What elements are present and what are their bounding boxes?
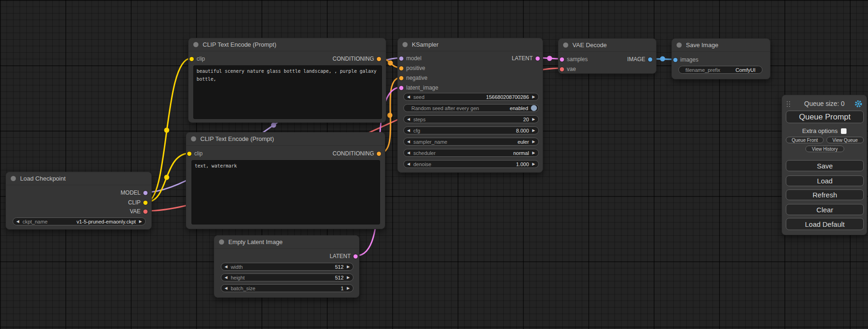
slot-dot-vae[interactable] [143,210,148,214]
node-clip-text-encode-negative[interactable]: CLIP Text Encode (Prompt) clip CONDITION… [186,132,385,229]
slot-dot-model[interactable] [399,56,403,61]
decrement-arrow-icon[interactable]: ◀ [404,128,413,133]
slot-dot-clip[interactable] [143,201,148,205]
input-slot-vae[interactable]: vae [560,65,576,73]
sampler-name-widget[interactable]: ◀ sampler_name euler ▶ [403,138,539,146]
node-graph-canvas[interactable]: Load Checkpoint MODEL CLIP VAE ◀ ckpt_na… [0,0,868,329]
node-title-bar[interactable]: VAE Decode [558,39,656,52]
batch-size-widget[interactable]: ◀ batch_size 1 ▶ [221,284,353,292]
decrement-arrow-icon[interactable]: ◀ [404,140,413,144]
view-history-button[interactable]: View History [805,146,844,152]
increment-arrow-icon[interactable]: ▶ [344,265,353,269]
input-slot-clip[interactable]: clip [187,150,203,157]
slot-dot-conditioning[interactable] [377,57,381,61]
output-slot-vae[interactable]: VAE [130,208,148,215]
save-button[interactable]: Save [786,160,864,171]
queue-front-button[interactable]: Queue Front [786,137,824,143]
increment-arrow-icon[interactable]: ▶ [136,219,145,224]
collapse-dot-icon[interactable] [193,42,198,47]
decrement-arrow-icon[interactable]: ◀ [221,275,231,280]
collapse-dot-icon[interactable] [402,42,408,47]
steps-widget[interactable]: ◀ steps 20 ▶ [403,115,539,123]
node-empty-latent-image[interactable]: Empty Latent Image LATENT ◀ width 512 ▶ … [214,235,360,298]
decrement-arrow-icon[interactable]: ◀ [404,151,413,155]
input-slot-samples[interactable]: samples [560,56,588,63]
random-seed-widget[interactable]: Random seed after every gen enabled [403,104,539,112]
node-save-image[interactable]: Save Image images filename_prefix ComfyU… [671,38,770,79]
collapse-dot-icon[interactable] [219,239,224,245]
settings-gear-icon[interactable] [854,100,862,108]
output-slot-clip[interactable]: CLIP [128,199,148,206]
decrement-arrow-icon[interactable]: ◀ [221,265,231,269]
seed-widget[interactable]: ◀ seed 156680208700286 ▶ [403,93,539,101]
random-seed-toggle[interactable] [531,105,537,111]
width-widget[interactable]: ◀ width 512 ▶ [221,263,353,271]
slot-dot-latent-image[interactable] [399,86,403,90]
input-slot-negative[interactable]: negative [399,74,427,82]
slot-dot-image[interactable] [648,57,652,62]
output-slot-conditioning[interactable]: CONDITIONING [332,150,381,157]
increment-arrow-icon[interactable]: ▶ [529,140,538,144]
node-load-checkpoint[interactable]: Load Checkpoint MODEL CLIP VAE ◀ ckpt_na… [6,172,152,230]
scheduler-widget[interactable]: ◀ scheduler normal ▶ [403,149,539,157]
input-slot-clip[interactable]: clip [190,55,205,63]
slot-dot-clip[interactable] [190,57,194,61]
queue-prompt-button[interactable]: Queue Prompt [786,111,864,123]
increment-arrow-icon[interactable]: ▶ [344,286,353,290]
collapse-dot-icon[interactable] [563,42,568,48]
ckpt-name-widget[interactable]: ◀ ckpt_name v1-5-pruned-emaonly.ckpt ▶ [13,217,146,225]
node-title-bar[interactable]: CLIP Text Encode (Prompt) [189,38,386,51]
decrement-arrow-icon[interactable]: ◀ [404,117,413,121]
load-button[interactable]: Load [786,175,864,186]
output-slot-latent[interactable]: LATENT [330,252,358,260]
increment-arrow-icon[interactable]: ▶ [529,117,538,121]
slot-dot-vae[interactable] [560,67,564,71]
slot-dot-model[interactable] [143,191,148,195]
prompt-textarea[interactable]: beautiful scenery nature glass bottle la… [193,65,382,119]
slot-dot-conditioning[interactable] [377,152,381,156]
view-queue-button[interactable]: View Queue [826,137,864,143]
refresh-button[interactable]: Refresh [786,189,864,200]
slot-dot-positive[interactable] [399,66,403,70]
slot-dot-negative[interactable] [399,76,403,80]
extra-options-checkbox[interactable] [841,128,847,134]
height-widget[interactable]: ◀ height 512 ▶ [221,273,353,281]
decrement-arrow-icon[interactable]: ◀ [404,162,413,166]
increment-arrow-icon[interactable]: ▶ [529,151,538,155]
slot-dot-images[interactable] [673,58,677,62]
input-slot-latent-image[interactable]: latent_image [399,84,438,91]
clear-button[interactable]: Clear [786,204,864,215]
collapse-dot-icon[interactable] [677,42,682,48]
load-default-button[interactable]: Load Default [786,218,864,230]
node-ksampler[interactable]: KSampler model positive negative latent_… [397,38,543,173]
output-slot-latent[interactable]: LATENT [512,55,540,62]
slot-dot-latent[interactable] [536,56,540,61]
increment-arrow-icon[interactable]: ▶ [529,128,538,133]
node-title-bar[interactable]: KSampler [398,38,543,51]
increment-arrow-icon[interactable]: ▶ [529,162,538,166]
decrement-arrow-icon[interactable]: ◀ [221,286,231,290]
output-slot-image[interactable]: IMAGE [627,56,652,63]
node-title-bar[interactable]: CLIP Text Encode (Prompt) [186,133,385,146]
increment-arrow-icon[interactable]: ▶ [344,275,353,280]
input-slot-model[interactable]: model [399,55,422,62]
input-slot-positive[interactable]: positive [399,64,425,72]
node-title-bar[interactable]: Save Image [672,39,770,52]
output-slot-model[interactable]: MODEL [120,189,148,196]
decrement-arrow-icon[interactable]: ◀ [404,95,413,99]
node-clip-text-encode-positive[interactable]: CLIP Text Encode (Prompt) clip CONDITION… [188,38,386,123]
decrement-arrow-icon[interactable]: ◀ [13,219,22,224]
filename-prefix-widget[interactable]: filename_prefix ComfyUI [678,66,762,74]
slot-dot-samples[interactable] [560,57,564,62]
slot-dot-latent[interactable] [353,254,358,259]
input-slot-images[interactable]: images [673,56,699,63]
collapse-dot-icon[interactable] [11,176,16,181]
prompt-textarea[interactable]: text, watermark [191,160,380,224]
node-vae-decode[interactable]: VAE Decode samples vae IMAGE [558,38,656,74]
node-title-bar[interactable]: Empty Latent Image [214,236,359,249]
node-title-bar[interactable]: Load Checkpoint [6,172,151,185]
cfg-widget[interactable]: ◀ cfg 8.000 ▶ [403,126,539,134]
slot-dot-clip[interactable] [187,152,191,156]
increment-arrow-icon[interactable]: ▶ [529,95,538,99]
output-slot-conditioning[interactable]: CONDITIONING [332,55,381,63]
